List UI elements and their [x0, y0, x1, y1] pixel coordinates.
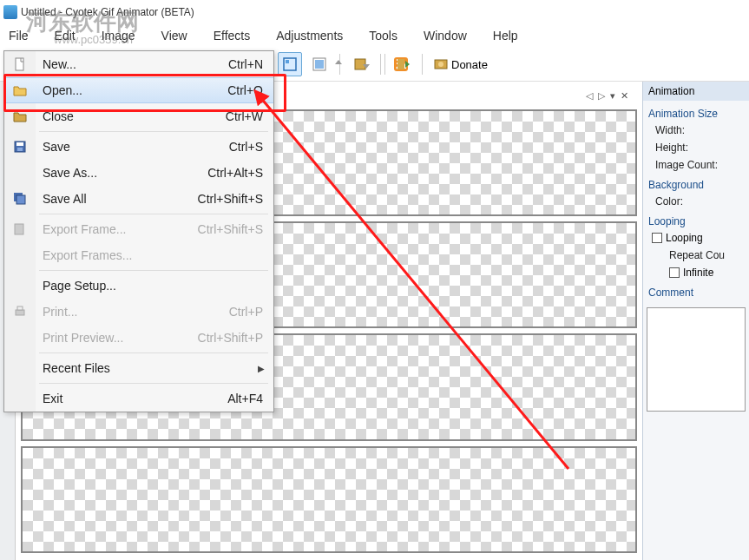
menu-item-shortcut: Ctrl+Shift+S	[198, 222, 263, 236]
menu-item-label: Recent Files	[43, 361, 110, 375]
menu-item-save-all[interactable]: Save AllCtrl+Shift+S	[4, 186, 273, 212]
file-menu-dropdown: New...Ctrl+NOpen...Ctrl+OCloseCtrl+WSave…	[3, 50, 274, 412]
menu-item-shortcut: Ctrl+Shift+P	[198, 331, 263, 345]
menu-item-label: New...	[43, 57, 76, 71]
menu-item-label: Open...	[43, 83, 82, 97]
menu-adjustments[interactable]: Adjustments	[276, 29, 343, 43]
panel-heading-animation-size: Animation Size	[648, 102, 744, 122]
svg-rect-19	[17, 306, 23, 310]
donate-label: Donate	[451, 58, 488, 71]
toolbar-frames-view-1[interactable]	[278, 52, 302, 76]
menu-item-label: Print Preview...	[43, 331, 123, 345]
menu-item-shortcut: Ctrl+O	[227, 83, 263, 97]
field-image-count-label: Image Count:	[648, 156, 744, 174]
title-bar: Untitled - Cyotek Gif Animator (BETA)	[0, 0, 749, 24]
looping-checkbox[interactable]	[652, 233, 662, 243]
panel-title: Animation	[643, 82, 749, 101]
svg-rect-17	[15, 224, 23, 234]
menu-item-export-frames: Export Frames...	[4, 242, 273, 268]
infinite-label: Infinite	[683, 267, 713, 279]
menu-item-shortcut: Ctrl+P	[229, 305, 263, 319]
menu-file[interactable]: File	[9, 29, 29, 43]
menu-item-label: Save All	[43, 192, 87, 206]
menu-separator	[39, 131, 268, 132]
saveall-icon	[11, 190, 29, 208]
toolbar-separator	[422, 54, 423, 75]
menu-item-label: Print...	[43, 305, 77, 319]
open-icon	[11, 82, 29, 99]
menu-item-print-preview: Print Preview...Ctrl+Shift+P	[4, 325, 273, 351]
menu-item-save[interactable]: SaveCtrl+S	[4, 134, 273, 160]
menu-help[interactable]: Help	[493, 29, 518, 43]
looping-checkbox-row[interactable]: Looping	[648, 229, 744, 247]
frames-next-icon[interactable]: ▷	[598, 90, 605, 102]
menu-item-shortcut: Ctrl+Shift+S	[198, 192, 263, 206]
menu-window[interactable]: Window	[424, 29, 467, 43]
menu-item-shortcut: Ctrl+W	[226, 109, 263, 123]
menu-tools[interactable]: Tools	[369, 29, 397, 43]
menu-item-export-frame: Export Frame...Ctrl+Shift+S	[4, 216, 273, 242]
close-icon	[11, 108, 29, 125]
menu-separator	[39, 352, 268, 353]
comment-textarea[interactable]	[647, 307, 746, 412]
frames-close-icon[interactable]: ✕	[621, 90, 628, 102]
toolbar-play-icon[interactable]	[391, 52, 416, 76]
menu-edit[interactable]: Edit	[55, 29, 76, 43]
frames-pin-icon[interactable]: ▾	[610, 90, 615, 102]
new-icon	[11, 56, 29, 73]
panel-heading-comment: Comment	[648, 281, 744, 300]
title-text: Untitled - Cyotek Gif Animator (BETA)	[21, 6, 194, 18]
menu-item-close[interactable]: CloseCtrl+W	[4, 103, 273, 129]
menu-item-save-as[interactable]: Save As...Ctrl+Alt+S	[4, 160, 273, 186]
print-icon	[11, 303, 29, 320]
menu-item-open[interactable]: Open...Ctrl+O	[4, 77, 273, 103]
field-height-label: Height:	[648, 139, 744, 156]
panel-heading-looping: Looping	[648, 210, 744, 229]
svg-rect-18	[16, 310, 24, 315]
menu-item-shortcut: Ctrl+Alt+S	[207, 166, 263, 180]
looping-label: Looping	[666, 232, 703, 244]
svg-rect-3	[315, 60, 324, 69]
svg-rect-14	[17, 148, 23, 151]
svg-rect-16	[16, 195, 25, 204]
menu-item-shortcut: Alt+F4	[227, 392, 263, 405]
frame-slot[interactable]	[21, 446, 637, 553]
menu-item-label: Save As...	[43, 166, 97, 180]
infinite-checkbox-row[interactable]: Infinite	[648, 264, 744, 281]
infinite-checkbox[interactable]	[669, 267, 680, 278]
svg-rect-11	[16, 58, 23, 70]
field-repeat-label: Repeat Cou	[648, 247, 744, 264]
field-width-label: Width:	[648, 122, 744, 139]
menu-item-label: Export Frame...	[43, 222, 126, 236]
menu-item-label: Save	[43, 140, 70, 154]
menu-effects[interactable]: Effects	[214, 29, 251, 43]
menu-item-label: Exit	[43, 392, 62, 405]
menu-bar: File Edit Image View Effects Adjustments…	[0, 24, 749, 47]
submenu-arrow-icon: ▶	[258, 364, 265, 373]
menu-item-recent-files[interactable]: Recent Files▶	[4, 355, 273, 381]
menu-item-exit[interactable]: ExitAlt+F4	[4, 385, 273, 412]
menu-separator	[39, 383, 268, 384]
donate-button[interactable]: Donate	[429, 56, 493, 73]
toolbar-separator	[384, 54, 385, 75]
save-icon	[11, 138, 29, 155]
menu-separator	[39, 270, 268, 271]
svg-rect-13	[16, 142, 23, 146]
menu-image[interactable]: Image	[102, 29, 135, 43]
svg-point-10	[438, 62, 443, 67]
exportf-icon	[11, 221, 29, 238]
toolbar-up-icon[interactable]	[326, 52, 351, 76]
menu-item-shortcut: Ctrl+N	[228, 57, 263, 71]
menu-item-label: Close	[43, 109, 74, 123]
menu-item-label: Export Frames...	[43, 248, 132, 262]
frames-prev-icon[interactable]: ◁	[586, 90, 593, 102]
properties-panel: Animation Animation Size Width: Height: …	[642, 82, 749, 560]
menu-item-new[interactable]: New...Ctrl+N	[4, 51, 273, 77]
toolbar-down-icon[interactable]	[354, 52, 378, 76]
menu-view[interactable]: View	[161, 29, 187, 43]
panel-heading-background: Background	[648, 174, 744, 193]
menu-item-page-setup[interactable]: Page Setup...	[4, 273, 273, 299]
app-icon	[3, 5, 17, 19]
menu-item-print: Print...Ctrl+P	[4, 299, 273, 325]
menu-item-label: Page Setup...	[43, 279, 116, 293]
